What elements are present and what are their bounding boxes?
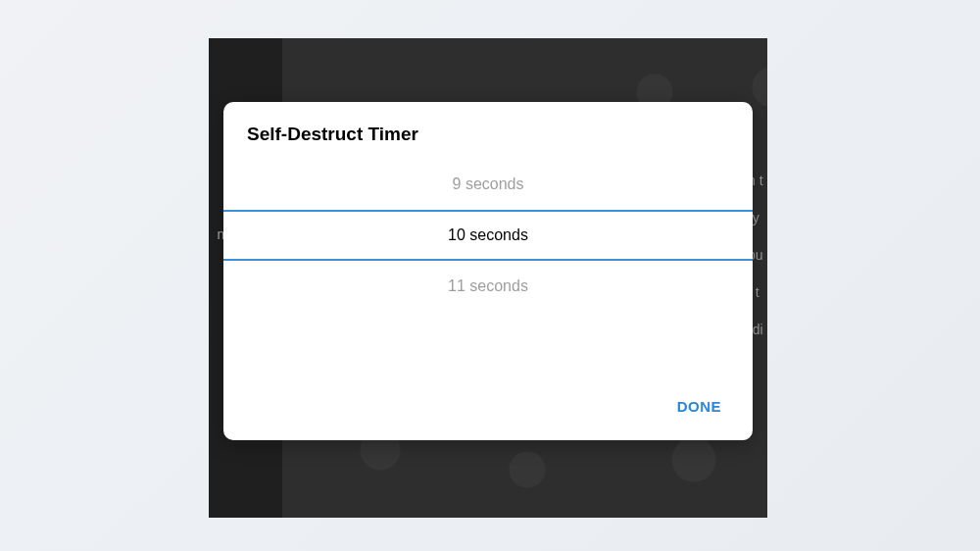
picker-option-selected[interactable]: 10 seconds xyxy=(223,210,753,261)
done-button[interactable]: DONE xyxy=(667,390,731,423)
dialog-title: Self-Destruct Timer xyxy=(223,102,753,159)
dialog-actions: DONE xyxy=(223,376,753,440)
timer-picker[interactable]: 9 seconds 10 seconds 11 seconds xyxy=(223,159,753,376)
self-destruct-timer-dialog: Self-Destruct Timer 9 seconds 10 seconds… xyxy=(223,102,753,440)
picker-option-next[interactable]: 11 seconds xyxy=(223,261,753,312)
picker-option-prev[interactable]: 9 seconds xyxy=(223,159,753,210)
app-screenshot-frame: n t ry ou t t rdi n a Self-Destruct Time… xyxy=(209,38,767,518)
